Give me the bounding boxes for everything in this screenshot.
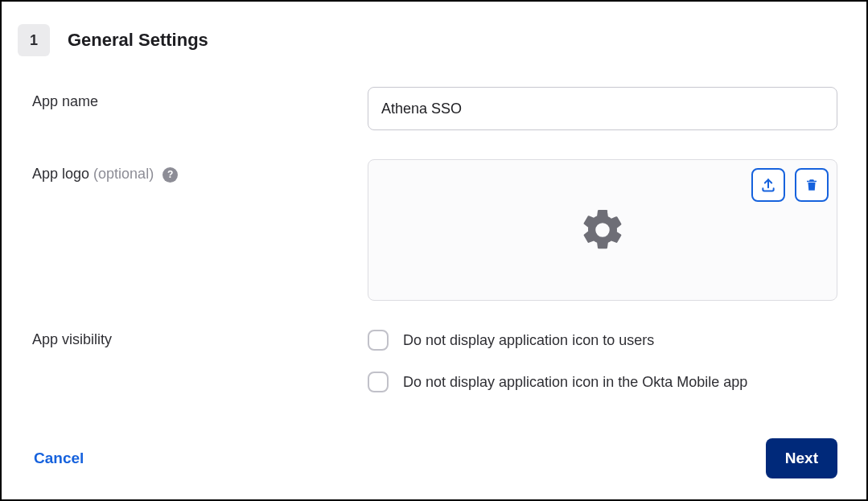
- row-app-logo: App logo (optional) ?: [18, 159, 837, 301]
- next-button[interactable]: Next: [766, 438, 837, 478]
- label-app-visibility: App visibility: [18, 330, 368, 348]
- label-app-logo-text: App logo: [32, 166, 89, 182]
- app-name-input[interactable]: [368, 87, 837, 130]
- checkbox-hide-from-mobile[interactable]: [368, 372, 389, 392]
- trash-icon: [804, 177, 819, 193]
- label-app-name: App name: [18, 87, 368, 110]
- app-logo-dropzone[interactable]: [368, 159, 837, 301]
- general-settings-panel: 1 General Settings App name App logo (op…: [0, 0, 868, 501]
- visibility-option-users[interactable]: Do not display application icon to users: [368, 330, 837, 351]
- label-app-logo: App logo (optional) ?: [18, 159, 368, 183]
- upload-logo-button[interactable]: [751, 168, 785, 202]
- step-number-badge: 1: [18, 24, 50, 56]
- label-app-logo-optional: (optional): [93, 166, 154, 182]
- row-app-visibility: App visibility Do not display applicatio…: [18, 330, 837, 413]
- gear-icon: [578, 206, 627, 254]
- visibility-option-users-label: Do not display application icon to users: [403, 332, 654, 349]
- help-icon[interactable]: ?: [162, 167, 178, 183]
- step-header: 1 General Settings: [18, 24, 837, 56]
- row-app-name: App name: [18, 87, 837, 130]
- upload-icon: [760, 177, 776, 193]
- visibility-option-mobile[interactable]: Do not display application icon in the O…: [368, 372, 837, 392]
- footer-actions: Cancel Next: [31, 438, 837, 478]
- checkbox-hide-from-users[interactable]: [368, 330, 389, 351]
- svg-point-1: [599, 227, 606, 233]
- step-title: General Settings: [68, 30, 208, 51]
- delete-logo-button[interactable]: [795, 168, 829, 202]
- cancel-button[interactable]: Cancel: [31, 445, 87, 472]
- visibility-option-mobile-label: Do not display application icon in the O…: [403, 374, 747, 391]
